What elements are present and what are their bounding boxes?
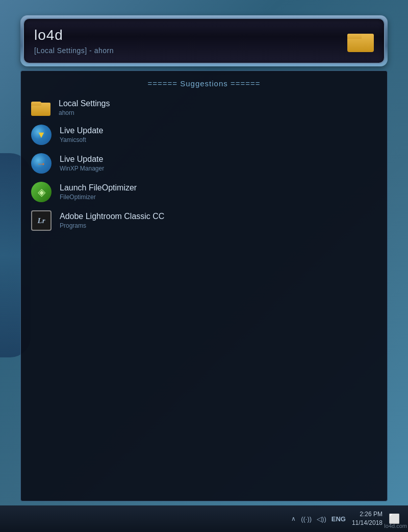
result-text: Live Update WinXP Manager [60,155,104,172]
search-wrapper: lo4d [Local Settings] - ahorn [20,15,388,66]
result-item-live-update-yamicsoft[interactable]: Live Update Yamicsoft [21,120,387,149]
folder-icon [31,100,50,116]
taskbar-system-icons: ∧ ((·)) ◁)) ENG [291,515,346,523]
globe-orange-icon [31,153,52,174]
result-text: Live Update Yamicsoft [60,126,103,143]
watermark: lo4d.com [384,523,407,529]
result-item-lightroom[interactable]: Lr Adobe Lightroom Classic CC Programs [21,206,387,235]
result-text: Launch FileOptimizer FileOptimizer [60,183,137,201]
taskbar-time: 2:26 PM [360,510,382,519]
suggestions-header: ====== Suggestions ====== [21,79,387,95]
result-text: Adobe Lightroom Classic CC Programs [60,212,164,229]
taskbar-volume-icon: ◁)) [317,515,326,523]
result-title: Adobe Lightroom Classic CC [60,212,164,221]
taskbar-date: 11/14/2018 [352,519,382,527]
result-subtitle: WinXP Manager [60,165,104,172]
result-title: Live Update [60,155,104,164]
search-text-area: lo4d [Local Settings] - ahorn [34,27,114,55]
result-subtitle: ahorn [59,109,110,116]
main-container: lo4d [Local Settings] - ahorn ====== Sug… [20,15,388,501]
search-box[interactable]: lo4d [Local Settings] - ahorn [23,18,385,64]
lightroom-icon: Lr [31,210,52,231]
result-title: Launch FileOptimizer [60,183,137,192]
taskbar-clock[interactable]: 2:26 PM 11/14/2018 [352,510,382,527]
taskbar-language[interactable]: ENG [332,515,346,523]
result-title: Local Settings [59,99,110,108]
search-query: lo4d [34,27,114,43]
fileoptimizer-icon [31,182,52,202]
globe-yellow-icon [31,125,52,145]
result-subtitle: FileOptimizer [60,194,137,201]
search-subtitle: [Local Settings] - ahorn [34,46,114,55]
result-subtitle: Yamicsoft [60,136,103,143]
result-subtitle: Programs [60,222,164,229]
result-item-live-update-winxp[interactable]: Live Update WinXP Manager [21,149,387,178]
taskbar: ∧ ((·)) ◁)) ENG 2:26 PM 11/14/2018 ⬜ [0,505,408,532]
result-item-local-settings[interactable]: Local Settings ahorn [21,95,387,120]
folder-icon-large [347,30,374,52]
result-text: Local Settings ahorn [59,99,110,116]
results-panel: ====== Suggestions ====== Local Settings… [20,70,388,501]
result-title: Live Update [60,126,103,135]
result-item-fileoptimizer[interactable]: Launch FileOptimizer FileOptimizer [21,178,387,206]
taskbar-wifi-icon: ((·)) [301,515,312,523]
taskbar-chevron-icon[interactable]: ∧ [291,515,296,522]
